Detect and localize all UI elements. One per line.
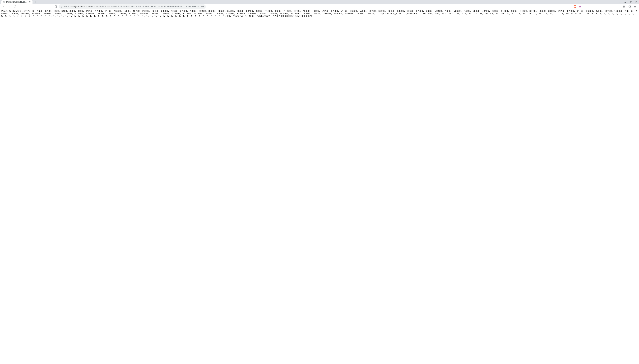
close-tab-icon[interactable] — [29, 1, 31, 3]
raw-json-content: {"num_followers_list": [0, 1600, 3200, 4… — [0, 9, 639, 18]
browser-toolbar: https://raw.githubusercontent.com/leimao… — [0, 4, 639, 9]
tab-bar: https://raw.githubusercon — [0, 0, 639, 4]
bookmark-button[interactable] — [53, 4, 58, 9]
lock-icon — [60, 5, 63, 8]
minimize-window-icon[interactable] — [623, 0, 627, 4]
svg-point-20 — [630, 6, 630, 7]
url-path: /leimao/Git-Leaders/main/data/statistics… — [98, 5, 204, 8]
brave-rewards-icon[interactable] — [578, 5, 582, 8]
reload-button[interactable] — [12, 4, 17, 9]
wallet-icon[interactable] — [627, 4, 632, 9]
close-window-icon[interactable] — [634, 0, 638, 4]
brave-shield-icon[interactable] — [573, 5, 577, 8]
url-display: https://raw.githubusercontent.com/leimao… — [64, 5, 204, 8]
browser-tab[interactable]: https://raw.githubusercon — [2, 0, 32, 4]
new-tab-button[interactable] — [33, 0, 37, 4]
tab-search-icon[interactable] — [618, 0, 622, 4]
separator — [572, 5, 572, 8]
hamburger-menu-icon[interactable] — [633, 4, 638, 9]
svg-rect-8 — [630, 1, 632, 2]
toolbar-right — [570, 5, 583, 8]
url-domain: raw.githubusercontent.com — [71, 5, 98, 8]
back-button[interactable] — [2, 4, 6, 9]
maximize-window-icon[interactable] — [629, 0, 633, 4]
window-controls — [618, 0, 639, 4]
url-protocol: https:// — [64, 5, 71, 8]
svg-rect-11 — [61, 6, 62, 8]
tab-title: https://raw.githubusercon — [6, 1, 28, 3]
globe-icon — [3, 1, 5, 3]
reading-list-icon[interactable] — [622, 4, 626, 9]
forward-button[interactable] — [7, 4, 12, 9]
address-bar[interactable]: https://raw.githubusercontent.com/leimao… — [59, 4, 206, 9]
